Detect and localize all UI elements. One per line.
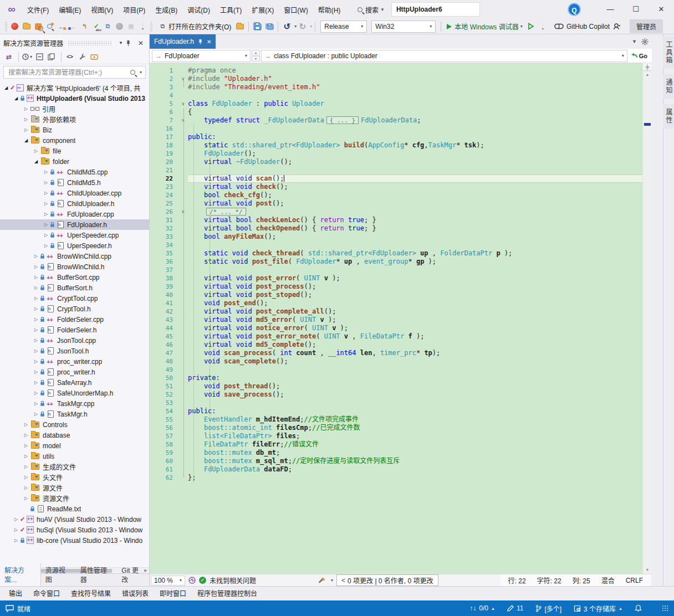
find-in-files-icon[interactable]: [33, 21, 43, 32]
code-line-44[interactable]: 44 virtual void notice_error( UINT v );: [150, 324, 642, 332]
tree-item[interactable]: ▷hJsonTool.h: [0, 346, 149, 356]
member-dropdown[interactable]: → class FdUploader : public Uploader ▾: [261, 50, 627, 62]
scroll-down-icon[interactable]: ▼: [643, 566, 652, 574]
code-line-6[interactable]: 6{: [150, 108, 642, 116]
code-line-26[interactable]: 26> /* ... */: [150, 208, 642, 216]
code-line-19[interactable]: 19 FdUploader();: [150, 150, 642, 158]
collapsed-arrow-icon[interactable]: ▷: [32, 391, 40, 396]
solution-search-box[interactable]: ▾: [3, 66, 146, 79]
tree-item[interactable]: ▷++JsonTool.cpp: [0, 335, 149, 346]
code-line-17[interactable]: 17public:: [150, 133, 642, 141]
navigate-backward-icon[interactable]: ←: [56, 21, 67, 32]
quick-find-icon[interactable]: [44, 21, 55, 32]
undo-icon[interactable]: ↺: [282, 21, 292, 32]
tree-item[interactable]: ▷++CryptTool.cpp: [0, 293, 149, 304]
collapsed-arrow-icon[interactable]: ▷: [22, 127, 30, 132]
tree-item[interactable]: ▷utils: [0, 451, 149, 461]
code-line-59[interactable]: 59 boost::mutex db_mt;: [150, 449, 642, 457]
tree-item[interactable]: ▷++ChildMd5.cpp: [0, 167, 149, 177]
go-button[interactable]: Go: [629, 53, 650, 59]
menu-item-0[interactable]: 文件(F): [22, 3, 54, 17]
collapsed-arrow-icon[interactable]: ▷: [32, 296, 40, 301]
view-code-icon[interactable]: <>: [64, 52, 75, 63]
encoding-indicator[interactable]: 混合: [601, 576, 615, 585]
collapsed-arrow-icon[interactable]: ▷: [32, 264, 40, 269]
code-line-2[interactable]: 2∨#include "Uploader.h": [150, 75, 642, 83]
toolbar-grip[interactable]: [150, 22, 152, 31]
side-tab-1[interactable]: 通知: [663, 74, 674, 99]
collapsed-arrow-icon[interactable]: ▷: [32, 148, 40, 153]
code-line-49[interactable]: 49: [150, 366, 642, 374]
tree-item[interactable]: ▷Controls: [0, 419, 149, 430]
expanded-arrow-icon[interactable]: ◢: [32, 159, 40, 164]
resize-grip[interactable]: [662, 605, 668, 612]
panel-menu-icon[interactable]: ▼: [116, 40, 126, 45]
collapsed-arrow-icon[interactable]: ▷: [22, 496, 30, 501]
code-line-36[interactable]: 36 static void post_file( FdUploader* up…: [150, 258, 642, 266]
code-line-7[interactable]: 7> typedef struct _FdUploaderData{ ... }…: [150, 116, 642, 125]
tree-item[interactable]: ▷hChildMd5.h: [0, 177, 149, 188]
branch-indicator[interactable]: [多个]: [535, 604, 561, 613]
code-editor[interactable]: 1#pragma once2∨#include "Uploader.h"3#in…: [150, 63, 652, 574]
collapsed-arrow-icon[interactable]: ▷: [22, 464, 30, 469]
maximize-button[interactable]: ☐: [623, 0, 649, 18]
collapsed-arrow-icon[interactable]: ▷: [32, 412, 40, 417]
close-icon[interactable]: ✕: [207, 39, 211, 45]
code-line-48[interactable]: 48 void scan_complete();: [150, 357, 642, 366]
collapsed-arrow-icon[interactable]: ▷: [22, 485, 30, 490]
collapsed-arrow-icon[interactable]: ▷: [22, 443, 30, 448]
code-line-60[interactable]: 60 boost::mutex m_sql_mt;//定时保存进度与读取文件列表…: [150, 457, 642, 465]
code-line-5[interactable]: 5∨class FdUploader : public Uploader: [150, 100, 642, 108]
splitter-handle[interactable]: ╪: [643, 63, 652, 71]
preview-selected-icon[interactable]: [89, 52, 100, 63]
collapsed-arrow-icon[interactable]: ▷: [12, 527, 20, 532]
document-list-dropdown-icon[interactable]: ▼: [632, 39, 637, 44]
collapsed-arrow-icon[interactable]: ▷: [32, 275, 40, 280]
code-line-25[interactable]: 25 virtual void post();: [150, 199, 642, 208]
save-icon[interactable]: [252, 21, 263, 32]
bottom-tab-5[interactable]: 程序包管理器控制台: [193, 586, 262, 602]
tree-item[interactable]: ▷++FolderSeler.cpp: [0, 314, 149, 325]
code-line-53[interactable]: 53: [150, 399, 642, 407]
tree-item[interactable]: ▷引用: [0, 104, 149, 114]
tree-item[interactable]: ▷资源文件: [0, 493, 149, 504]
code-line-42[interactable]: 42 virtual void post_complete_all();: [150, 307, 642, 316]
code-line-34[interactable]: 34: [150, 241, 642, 249]
code-line-41[interactable]: 41 void post_end();: [150, 299, 642, 307]
code-line-43[interactable]: 43 virtual void md5_error( UINT v );: [150, 316, 642, 324]
tree-item[interactable]: ▷Biz: [0, 125, 149, 135]
collapsed-arrow-icon[interactable]: ▷: [22, 422, 30, 427]
copy-reference-icon[interactable]: ⧉: [103, 21, 113, 32]
code-line-61[interactable]: 61 FdUploaderData dataFD;: [150, 465, 642, 474]
menu-item-7[interactable]: 扩展(X): [247, 3, 279, 17]
collapsed-arrow-icon[interactable]: ▷: [32, 359, 40, 364]
code-line-1[interactable]: 1#pragma once: [150, 66, 642, 75]
code-line-24[interactable]: 24 bool check_cfg();: [150, 191, 642, 199]
collapsed-arrow-icon[interactable]: ▷: [32, 317, 40, 322]
side-tab-0[interactable]: 工具箱: [663, 37, 674, 69]
tree-item[interactable]: ReadMe.txt: [0, 504, 149, 514]
collapsed-arrow-icon[interactable]: ▷: [32, 338, 40, 343]
code-line-47[interactable]: 47 void scan_process( int count , __int6…: [150, 349, 642, 357]
configuration-select[interactable]: Release▾: [320, 20, 367, 33]
expanded-arrow-icon[interactable]: ◢: [2, 85, 10, 90]
type-dropdown[interactable]: → FdUploader ▾: [152, 50, 251, 62]
collapsed-arrow-icon[interactable]: ▷: [42, 201, 50, 206]
code-line-51[interactable]: 51 void post_thread();: [150, 382, 642, 391]
pending-changes-filter-icon[interactable]: ▾: [22, 52, 33, 63]
collapsed-arrow-icon[interactable]: ▷: [42, 222, 50, 227]
navigate-forward-icon[interactable]: →: [68, 21, 78, 32]
code-line-45[interactable]: 45 virtual void post_error_note( UINT v …: [150, 332, 642, 341]
code-line-58[interactable]: 58 FileDataPtr fileErr;//错误文件: [150, 440, 642, 449]
tree-item[interactable]: ◢++HttpUploader6 (Visual Studio 2013: [0, 93, 149, 104]
collapsed-arrow-icon[interactable]: ▷: [32, 401, 40, 406]
code-line-23[interactable]: 23 virtual void check();: [150, 183, 642, 191]
code-line-50[interactable]: 50private:: [150, 374, 642, 382]
tree-item[interactable]: ▷hUperSpeeder.h: [0, 240, 149, 251]
tree-item[interactable]: ▷++proc_writer.cpp: [0, 356, 149, 367]
collapsed-arrow-icon[interactable]: ▷: [42, 212, 50, 217]
codelens-changes[interactable]: < 0 项更改 | 0 名作者, 0 项更改: [336, 574, 438, 586]
line-indicator[interactable]: 行: 22: [508, 576, 526, 585]
code-line-37[interactable]: 37: [150, 266, 642, 274]
menu-item-8[interactable]: 窗口(W): [279, 3, 313, 17]
